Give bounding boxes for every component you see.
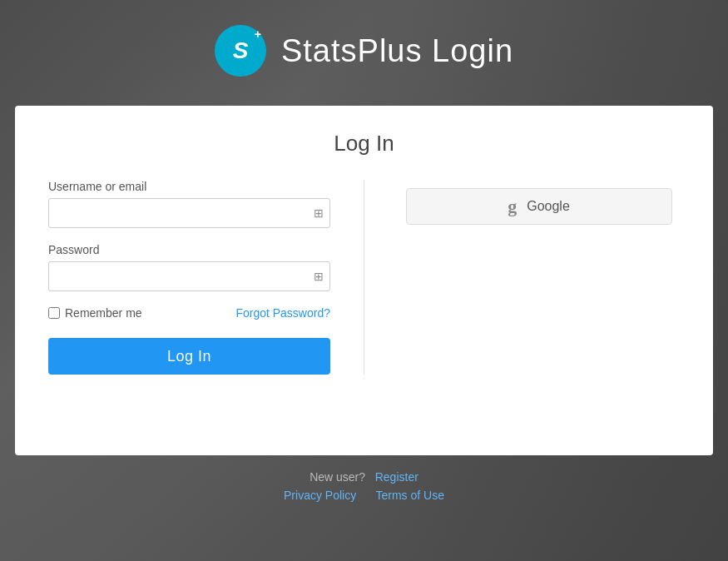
- page-title: StatsPlus Login: [281, 33, 513, 69]
- forgot-password-link[interactable]: Forgot Password?: [235, 306, 330, 320]
- google-login-button[interactable]: g Google: [406, 188, 672, 225]
- password-label: Password: [48, 243, 330, 256]
- username-input-wrapper: ⊞: [48, 198, 330, 228]
- username-icon: ⊞: [314, 206, 324, 220]
- new-user-text: New user?: [310, 470, 365, 484]
- google-icon: g: [508, 196, 517, 217]
- card-body: Username or email ⊞ Password ⊞ Remember …: [48, 180, 680, 375]
- logo-letter: S: [233, 39, 249, 62]
- username-label: Username or email: [48, 180, 330, 193]
- social-section: g Google: [364, 180, 680, 375]
- google-label: Google: [527, 199, 570, 214]
- new-user-row: New user? Register: [0, 470, 728, 484]
- register-link[interactable]: Register: [375, 470, 418, 484]
- password-icon: ⊞: [314, 270, 324, 283]
- password-input[interactable]: [48, 261, 330, 291]
- terms-of-use-link[interactable]: Terms of Use: [375, 489, 443, 502]
- footer: New user? Register Privacy Policy Terms …: [0, 455, 728, 510]
- remember-me-group: Remember me: [48, 306, 142, 320]
- remember-checkbox[interactable]: [48, 307, 60, 319]
- separator: [363, 489, 369, 502]
- remember-forgot-row: Remember me Forgot Password?: [48, 306, 330, 320]
- privacy-policy-link[interactable]: Privacy Policy: [284, 489, 356, 502]
- username-input[interactable]: [48, 198, 330, 228]
- form-section: Username or email ⊞ Password ⊞ Remember …: [48, 180, 364, 375]
- logo-plus: +: [255, 28, 261, 40]
- login-button[interactable]: Log In: [48, 338, 330, 375]
- card-title: Log In: [48, 131, 680, 156]
- username-group: Username or email ⊞: [48, 180, 330, 228]
- remember-label[interactable]: Remember me: [65, 306, 142, 320]
- password-input-wrapper: ⊞: [48, 261, 330, 291]
- login-card: Log In Username or email ⊞ Password ⊞: [15, 106, 713, 455]
- page-header: S + StatsPlus Login: [0, 0, 728, 106]
- policy-row: Privacy Policy Terms of Use: [0, 489, 728, 502]
- password-group: Password ⊞: [48, 243, 330, 291]
- logo: S +: [215, 25, 266, 77]
